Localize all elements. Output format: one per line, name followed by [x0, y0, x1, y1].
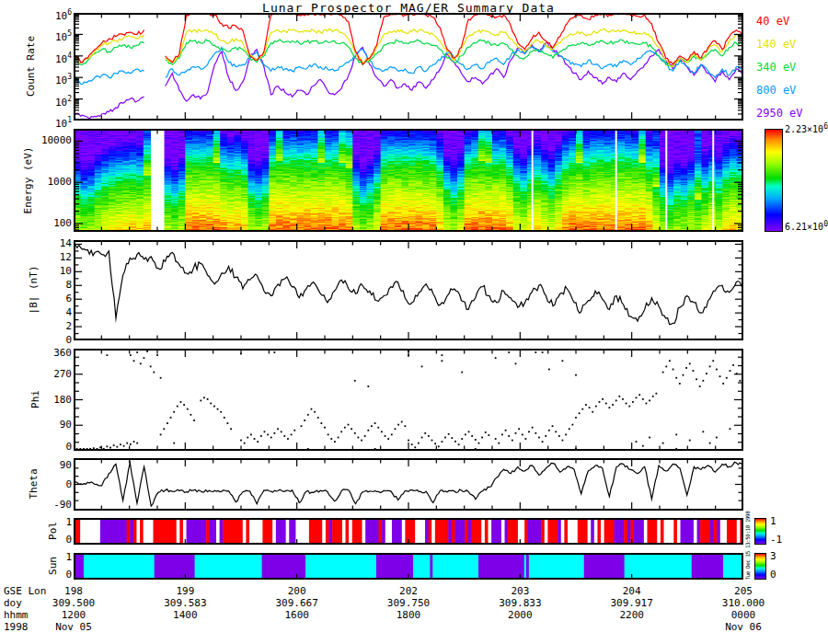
time-axis-column: 204309.9172200 — [568, 585, 696, 633]
ytick-label: 100 — [0, 218, 72, 229]
ytick-label: 10 — [0, 266, 72, 277]
time-axis-column: 205310.0000000Nov 06 — [679, 585, 808, 633]
ytick-label: 90 — [0, 420, 72, 431]
time-axis-column: 199309.5831400 — [121, 585, 249, 633]
ytick-label: 14 — [0, 238, 72, 249]
time-axis-column: 198309.5001200Nov 05 — [9, 585, 138, 633]
ytick-label: 2 — [0, 321, 72, 332]
sun-colorbar-min-label: 0 — [770, 569, 776, 581]
pol-colorbar-min-label: -1 — [770, 534, 782, 546]
ytick-label: 104 — [0, 51, 72, 65]
ytick-label: 4 — [0, 307, 72, 318]
ytick-label: 12 — [0, 252, 72, 263]
sun-bar-canvas — [74, 553, 743, 580]
pol-bar-canvas — [74, 518, 743, 545]
time-axis-column: 200309.6671600 — [233, 585, 362, 633]
sun-colorbar — [754, 553, 766, 580]
ytick-label: 1 — [0, 517, 72, 528]
ytick-label: 270 — [0, 369, 72, 380]
ytick-label: 1 — [0, 552, 72, 563]
colorbar-min-label: 6.21×100 — [785, 220, 828, 232]
b-magnitude-plot-canvas — [74, 240, 743, 340]
ytick-label: 106 — [0, 7, 72, 22]
legend-item: 140 eV — [756, 38, 796, 51]
theta-plot-canvas — [74, 458, 743, 511]
ytick-label: 90 — [0, 460, 72, 471]
ytick-label: 102 — [0, 94, 72, 109]
count-rate-plot-canvas — [74, 13, 743, 121]
ytick-label: 0 — [0, 442, 72, 453]
ytick-label: -90 — [0, 500, 72, 511]
ytick-label: 6 — [0, 293, 72, 305]
ytick-label: 8 — [0, 280, 72, 291]
legend-item: 800 eV — [756, 84, 796, 97]
phi-scatter-canvas — [74, 349, 743, 451]
ytick-label: 0 — [0, 335, 72, 346]
legend-item: 2950 eV — [756, 107, 803, 120]
creation-timestamp: Tue Dec 15 13:50:18 1998 — [744, 512, 751, 581]
ytick-label: 360 — [0, 348, 72, 359]
time-axis-column: 202309.7501800 — [344, 585, 473, 633]
legend-item: 340 eV — [756, 61, 796, 74]
ytick-label: 1000 — [0, 177, 72, 188]
energy-spectrogram-canvas — [74, 129, 743, 232]
time-axis-column: 203309.8332000 — [455, 585, 584, 633]
ytick-label: 10000 — [0, 135, 72, 146]
ytick-label: 180 — [0, 395, 72, 406]
count-rate-axis-label: Count Rate — [25, 36, 37, 97]
ytick-label: 0 — [0, 569, 72, 581]
ytick-label: 105 — [0, 29, 72, 43]
legend-item: 40 eV — [756, 15, 789, 28]
ytick-label: 101 — [0, 115, 72, 130]
sun-colorbar-max-label: 3 — [770, 550, 776, 562]
spectrogram-colorbar — [765, 129, 783, 232]
figure-root: Lunar Prospector MAG/ER Summary Data Cou… — [0, 0, 828, 644]
ytick-label: 0 — [0, 479, 72, 490]
pol-colorbar — [754, 518, 766, 545]
colorbar-max-label: 2.23×106 — [785, 122, 828, 134]
ytick-label: 103 — [0, 72, 72, 86]
pol-colorbar-max-label: 1 — [770, 515, 776, 527]
ytick-label: 0 — [0, 535, 72, 546]
